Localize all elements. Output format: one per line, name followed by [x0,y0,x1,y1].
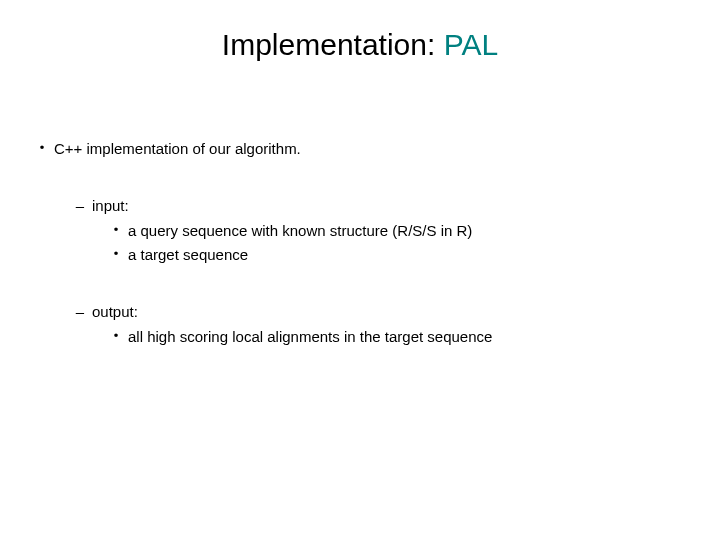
title-pal: PAL [444,28,498,61]
text-input-label: input: [92,197,129,216]
spacer [30,159,690,197]
text-input-item-0: a query sequence with known structure (R… [128,222,472,241]
bullet-main: • C++ implementation of our algorithm. [30,140,690,159]
text-output-item-0: all high scoring local alignments in the… [128,328,492,347]
bullet-dot-icon: • [104,222,128,238]
bullet-dot-icon: • [104,246,128,262]
title-implementation: Implementation: [222,28,444,61]
bullet-output: – output: [68,303,690,322]
slide-body: • C++ implementation of our algorithm. –… [30,140,690,347]
bullet-dash-icon: – [68,197,92,216]
bullet-input: – input: [68,197,690,216]
bullet-input-item-1: • a target sequence [104,246,690,265]
text-output-label: output: [92,303,138,322]
slide-title: Implementation: PAL [0,28,720,62]
slide: Implementation: PAL • C++ implementation… [0,0,720,540]
bullet-dash-icon: – [68,303,92,322]
bullet-output-item-0: • all high scoring local alignments in t… [104,328,690,347]
bullet-dot-icon: • [30,140,54,156]
text-main: C++ implementation of our algorithm. [54,140,301,159]
spacer [30,265,690,303]
bullet-input-item-0: • a query sequence with known structure … [104,222,690,241]
text-input-item-1: a target sequence [128,246,248,265]
bullet-dot-icon: • [104,328,128,344]
